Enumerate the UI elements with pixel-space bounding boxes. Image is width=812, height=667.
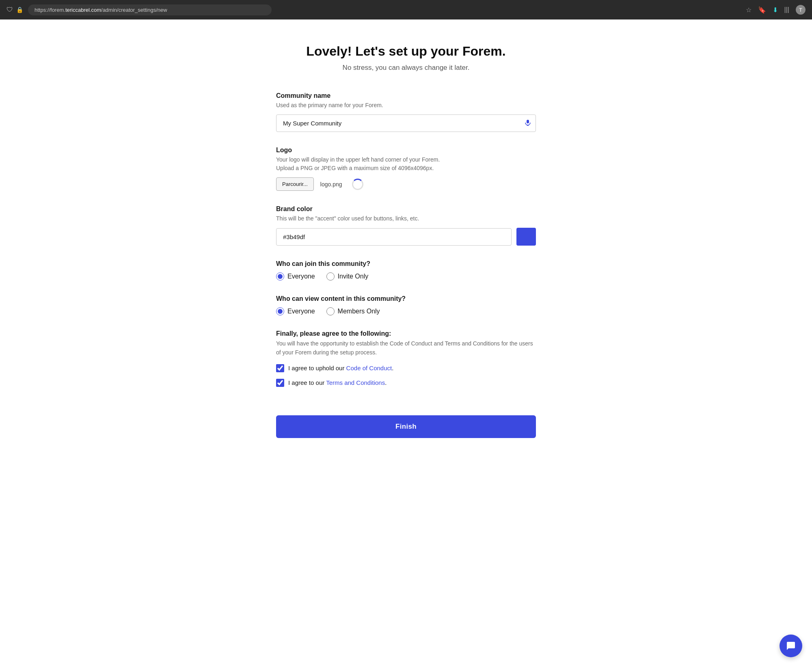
browser-right-icons: ☆ 🔖 ⬇ ||| T — [746, 5, 806, 15]
join-everyone-label: Everyone — [287, 273, 315, 280]
join-invite-only-label: Invite Only — [338, 273, 369, 280]
brand-color-input[interactable] — [276, 228, 512, 246]
community-name-input[interactable] — [276, 114, 536, 132]
who-can-join-section: Who can join this community? Everyone In… — [276, 260, 536, 281]
brand-color-description: This will be the "accent" color used for… — [276, 214, 536, 223]
community-name-description: Used as the primary name for your Forem. — [276, 101, 536, 110]
terms-label: I agree to our Terms and Conditions. — [288, 378, 387, 388]
terms-checkbox[interactable] — [276, 379, 284, 387]
view-everyone-label: Everyone — [287, 308, 315, 315]
brand-color-swatch[interactable] — [516, 228, 536, 246]
community-name-label: Community name — [276, 92, 536, 99]
agreement-section: Finally, please agree to the following: … — [276, 330, 536, 388]
conduct-checkbox-row: I agree to uphold our Code of Conduct. — [276, 364, 536, 373]
svg-rect-0 — [527, 120, 529, 123]
conduct-checkbox[interactable] — [276, 364, 284, 372]
logo-file-row: Parcourir... logo.png — [276, 177, 536, 191]
view-members-only-label: Members Only — [338, 308, 380, 315]
join-invite-only-option[interactable]: Invite Only — [326, 272, 369, 281]
view-members-only-radio[interactable] — [326, 307, 335, 315]
browser-chrome: 🛡 🔒 https://forem.tericcabrel.com/admin/… — [0, 0, 812, 19]
terms-checkbox-row: I agree to our Terms and Conditions. — [276, 378, 536, 388]
view-everyone-radio[interactable] — [276, 307, 284, 315]
who-can-view-section: Who can view content in this community? … — [276, 295, 536, 315]
logo-label: Logo — [276, 147, 536, 154]
community-name-input-wrapper — [276, 114, 536, 132]
finish-button[interactable]: Finish — [276, 415, 536, 438]
who-can-view-question: Who can view content in this community? — [276, 295, 536, 302]
code-of-conduct-link[interactable]: Code of Conduct — [346, 365, 392, 371]
brand-color-section: Brand color This will be the "accent" co… — [276, 205, 536, 246]
page-header: Lovely! Let's set up your Forem. No stre… — [276, 44, 536, 72]
url-bar[interactable]: https://forem.tericcabrel.com/admin/crea… — [28, 4, 272, 15]
star-icon[interactable]: ☆ — [746, 6, 752, 14]
logo-section: Logo Your logo will display in the upper… — [276, 147, 536, 191]
url-text: https://forem.tericcabrel.com/admin/crea… — [35, 7, 167, 13]
page-subtitle: No stress, you can always change it late… — [276, 64, 536, 72]
page-title: Lovely! Let's set up your Forem. — [276, 44, 536, 59]
brand-color-row — [276, 228, 536, 246]
who-can-join-question: Who can join this community? — [276, 260, 536, 268]
shield-icon: 🛡 — [6, 6, 13, 13]
bookmark-icon[interactable]: 🔖 — [758, 6, 766, 14]
terms-and-conditions-link[interactable]: Terms and Conditions — [326, 379, 385, 386]
agreement-description: You will have the opportunity to establi… — [276, 339, 536, 357]
logo-description: Your logo will display in the upper left… — [276, 155, 536, 173]
avatar-icon[interactable]: T — [796, 5, 806, 15]
microphone-icon — [525, 119, 531, 127]
logo-browse-button[interactable]: Parcourir... — [276, 177, 314, 191]
who-can-view-options: Everyone Members Only — [276, 307, 536, 315]
logo-file-name: logo.png — [320, 181, 342, 188]
page-content: Lovely! Let's set up your Forem. No stre… — [268, 19, 544, 471]
who-can-join-options: Everyone Invite Only — [276, 272, 536, 281]
join-everyone-radio[interactable] — [276, 272, 284, 281]
browser-nav-icons: 🛡 🔒 — [6, 6, 23, 13]
conduct-label: I agree to uphold our Code of Conduct. — [288, 364, 393, 373]
community-name-section: Community name Used as the primary name … — [276, 92, 536, 132]
lock-icon: 🔒 — [16, 6, 23, 13]
view-members-only-option[interactable]: Members Only — [326, 307, 380, 315]
logo-loading-spinner — [352, 179, 363, 190]
view-everyone-option[interactable]: Everyone — [276, 307, 315, 315]
download-icon[interactable]: ⬇ — [773, 6, 778, 14]
join-everyone-option[interactable]: Everyone — [276, 272, 315, 281]
join-invite-only-radio[interactable] — [326, 272, 335, 281]
agreement-label: Finally, please agree to the following: — [276, 330, 536, 337]
brand-color-label: Brand color — [276, 205, 536, 213]
stats-icon[interactable]: ||| — [784, 6, 789, 13]
